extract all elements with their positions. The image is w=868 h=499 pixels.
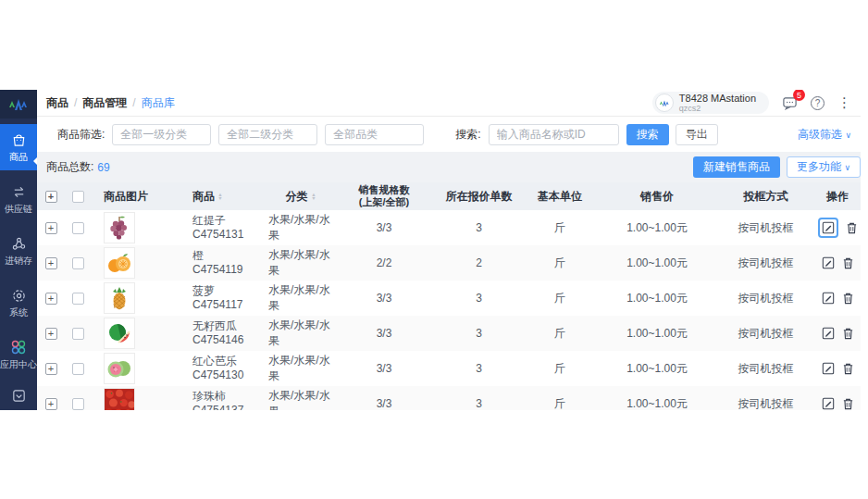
sidebar-item-collapse[interactable] <box>0 380 37 410</box>
row-checkbox[interactable] <box>72 293 84 305</box>
screenshot-canvas: 商品 供应链 进销存 <box>0 0 868 499</box>
expand-row-button[interactable]: + <box>45 257 57 269</box>
product-name[interactable]: 红心芭乐 <box>192 355 243 368</box>
product-name[interactable]: 珍珠柿 <box>192 390 243 404</box>
guava-image[interactable] <box>104 353 135 384</box>
product-spec-count: 3/3 <box>333 221 435 234</box>
filter-bar: 商品筛选: 全部一级分类 全部二级分类 全部品类 搜索: 搜索 导出 高级筛选 … <box>37 117 861 152</box>
summary-actions: 新建销售商品 更多功能 ∨ <box>693 156 861 178</box>
product-frame-mode: 按司机投框 <box>717 361 814 377</box>
select-category-level1[interactable]: 全部一级分类 <box>112 124 211 145</box>
sidebar-item-app-center[interactable]: 应用中心 <box>0 331 37 378</box>
sidebar-item-goods[interactable]: 商品 <box>0 124 37 170</box>
sidebar-item-system[interactable]: 系统 <box>0 280 37 326</box>
edit-button[interactable] <box>818 218 838 238</box>
sidebar-item-inventory[interactable]: 进销存 <box>0 228 37 274</box>
product-code: C4754146 <box>192 333 243 347</box>
product-code: C4754117 <box>192 298 243 312</box>
table-header-row: + 商品图片 商品▲▼ 分类▲▼ 销售规格数(上架/全部) 所在报价单数 基本单… <box>37 182 861 210</box>
gear-icon <box>11 287 27 304</box>
help-icon[interactable]: ? <box>811 96 825 110</box>
select-category-level2[interactable]: 全部二级分类 <box>218 124 317 145</box>
product-name[interactable]: 菠萝 <box>192 284 243 298</box>
content-area: 商品总数: 69 新建销售商品 更多功能 ∨ + 商品图片 商品▲▼ 分类▲▼ <box>37 152 861 410</box>
row-checkbox[interactable] <box>72 328 84 340</box>
header-frame: 投框方式 <box>717 189 814 205</box>
kebab-menu-icon[interactable]: ⋮ <box>837 96 851 109</box>
delete-button[interactable] <box>842 327 854 340</box>
edit-button[interactable] <box>822 292 835 305</box>
row-checkbox[interactable] <box>72 222 84 234</box>
product-frame-mode: 按司机投框 <box>717 291 814 306</box>
product-code: C4754131 <box>192 228 243 242</box>
header-image: 商品图片 <box>91 189 176 205</box>
tomatoes-image[interactable] <box>104 388 135 410</box>
more-functions-button[interactable]: 更多功能 ∨ <box>787 156 861 178</box>
header-product[interactable]: 商品▲▼ <box>176 189 268 205</box>
product-name[interactable]: 无籽西瓜 <box>192 319 243 333</box>
select-all-checkbox[interactable] <box>72 191 84 203</box>
row-checkbox[interactable] <box>72 257 84 269</box>
product-unit: 斤 <box>523 256 597 271</box>
breadcrumb-goods[interactable]: 商品 <box>46 95 68 111</box>
app-window: 商品 供应链 进销存 <box>0 90 861 410</box>
header-price: 销售价 <box>597 189 717 205</box>
app-logo[interactable] <box>0 90 37 119</box>
edit-button[interactable] <box>822 397 835 410</box>
delete-button[interactable] <box>842 397 854 410</box>
table-row: + 红心芭乐C4754130 水果/水果/水果 3/3 3 斤 1.00~1.0… <box>37 351 861 386</box>
arrows-exchange-icon <box>11 183 27 200</box>
watermelon-image[interactable] <box>104 318 135 349</box>
product-quote-count: 3 <box>435 292 523 305</box>
product-spec-count: 3/3 <box>333 362 435 375</box>
product-quote-count: 2 <box>435 256 523 269</box>
delete-button[interactable] <box>842 362 854 375</box>
expand-row-button[interactable]: + <box>45 328 57 340</box>
product-quote-count: 3 <box>435 327 523 340</box>
orange-image[interactable] <box>104 247 135 279</box>
create-sale-goods-button[interactable]: 新建销售商品 <box>693 156 780 178</box>
user-name: T8428 MAstation <box>679 94 756 104</box>
search-input[interactable] <box>489 124 619 145</box>
product-name[interactable]: 红提子 <box>192 214 243 228</box>
chevron-down-icon: ∨ <box>845 131 851 140</box>
grapes-image[interactable] <box>104 212 135 243</box>
expand-row-button[interactable]: + <box>45 398 57 410</box>
expand-all-button[interactable]: + <box>45 191 57 203</box>
export-button[interactable]: 导出 <box>676 124 718 145</box>
advanced-filter-link[interactable]: 高级筛选 ∨ <box>798 127 851 143</box>
row-checkbox[interactable] <box>72 398 84 410</box>
delete-button[interactable] <box>842 292 854 305</box>
messages-button[interactable]: 5 <box>782 95 798 110</box>
header-category[interactable]: 分类▲▼ <box>268 189 333 205</box>
edit-button[interactable] <box>822 256 835 269</box>
sidebar-item-label: 系统 <box>9 306 28 319</box>
select-category-type[interactable]: 全部品类 <box>325 124 424 145</box>
table-row: + 橙C4754119 水果/水果/水果 2/2 2 斤 1.00~1.00元 … <box>37 245 861 281</box>
delete-button[interactable] <box>842 256 854 269</box>
product-category: 水果/水果/水果 <box>268 247 333 279</box>
table-row: + 珍珠柿C4754137 水果/水果/水果 3/3 3 斤 1.00~1.00… <box>37 386 861 410</box>
search-button[interactable]: 搜索 <box>626 124 669 145</box>
edit-button[interactable] <box>822 327 835 340</box>
product-name[interactable]: 橙 <box>192 249 243 263</box>
expand-row-button[interactable]: + <box>45 363 57 375</box>
product-category: 水果/水果/水果 <box>268 212 333 243</box>
share-nodes-icon <box>11 235 27 252</box>
product-category: 水果/水果/水果 <box>268 353 333 384</box>
app-center-icon <box>10 339 27 356</box>
user-menu[interactable]: T8428 MAstation qzcs2 <box>652 92 769 114</box>
expand-row-button[interactable]: + <box>45 222 57 234</box>
breadcrumb-goods-management[interactable]: 商品管理 <box>82 95 127 111</box>
pineapple-image[interactable] <box>104 282 135 314</box>
bag-icon <box>11 131 27 148</box>
expand-row-button[interactable]: + <box>45 293 57 305</box>
row-checkbox[interactable] <box>72 363 84 375</box>
edit-button[interactable] <box>822 362 835 375</box>
product-unit: 斤 <box>523 220 597 236</box>
delete-button[interactable] <box>846 221 858 234</box>
user-subname: qzcs2 <box>679 104 756 113</box>
product-code: C4754137 <box>192 404 243 410</box>
goods-table: + 商品图片 商品▲▼ 分类▲▼ 销售规格数(上架/全部) 所在报价单数 基本单… <box>37 182 861 410</box>
sidebar-item-supply-chain[interactable]: 供应链 <box>0 176 37 222</box>
